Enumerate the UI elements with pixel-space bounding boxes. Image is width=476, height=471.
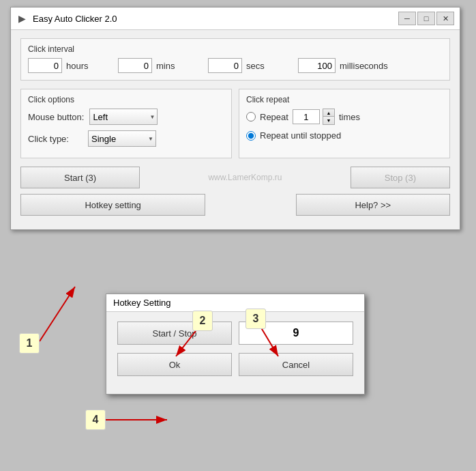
mouse-button-select-wrapper[interactable]: Left Right Middle <box>89 109 158 125</box>
hotkey-help-row: Hotkey setting Help? >> <box>20 194 450 216</box>
mouse-button-row: Mouse button: Left Right Middle <box>28 109 224 125</box>
dialog-title: Hotkey Setting <box>106 294 364 312</box>
click-type-label: Click type: <box>28 134 83 144</box>
minimize-button[interactable]: ─ <box>398 12 416 25</box>
app-icon: ▶ <box>16 13 27 24</box>
ok-cancel-row: Ok Cancel <box>117 353 353 376</box>
click-repeat-section: Click repeat Repeat ▲ ▼ times Re <box>239 89 450 158</box>
repeat-until-row: Repeat until stopped <box>246 130 443 141</box>
mins-label: mins <box>156 61 204 71</box>
interval-row: hours mins secs milliseconds <box>28 58 443 73</box>
repeat-until-label: Repeat until stopped <box>260 130 341 141</box>
annotation-4: 4 <box>85 410 106 430</box>
watermark: www.LamerKomp.ru <box>147 167 344 188</box>
spin-down-button[interactable]: ▼ <box>323 117 334 124</box>
interval-section: Click interval hours mins secs milliseco… <box>20 38 450 81</box>
spin-buttons: ▲ ▼ <box>323 109 335 125</box>
hotkey-dialog: Hotkey Setting Start / Stop 9 Ok Cancel <box>106 294 365 395</box>
repeat-row: Repeat ▲ ▼ times <box>246 109 443 125</box>
mins-input[interactable] <box>118 58 152 73</box>
click-type-select[interactable]: Single Double <box>88 130 156 147</box>
main-window: ▶ Easy Auto Clicker 2.0 ─ □ ✕ Click inte… <box>10 7 460 230</box>
annotation-3: 3 <box>246 309 266 329</box>
repeat-spin-wrapper: ▲ ▼ <box>293 109 335 125</box>
secs-input[interactable] <box>208 58 242 73</box>
close-button[interactable]: ✕ <box>436 12 454 25</box>
title-bar: ▶ Easy Auto Clicker 2.0 ─ □ ✕ <box>11 8 460 30</box>
hotkey-button[interactable]: Hotkey setting <box>20 194 205 216</box>
annotation-2: 2 <box>192 311 213 331</box>
ok-button[interactable]: Ok <box>117 353 232 376</box>
click-repeat-label: Click repeat <box>246 95 443 104</box>
app-title: Easy Auto Clicker 2.0 <box>33 14 117 24</box>
repeat-count-input[interactable] <box>293 109 320 124</box>
secs-label: secs <box>246 61 294 71</box>
interval-label: Click interval <box>28 44 443 54</box>
window-body: Click interval hours mins secs milliseco… <box>11 30 460 229</box>
stop-button[interactable]: Stop (3) <box>351 167 450 188</box>
start-stop-row: Start / Stop 9 <box>117 322 353 345</box>
start-button[interactable]: Start (3) <box>20 167 140 188</box>
mouse-button-select[interactable]: Left Right Middle <box>89 109 158 125</box>
maximize-button[interactable]: □ <box>417 12 435 25</box>
help-button[interactable]: Help? >> <box>296 194 450 216</box>
ms-label: milliseconds <box>340 61 388 71</box>
click-options-section: Click options Mouse button: Left Right M… <box>20 89 232 158</box>
dialog-start-stop-button[interactable]: Start / Stop <box>117 322 232 345</box>
two-col-section: Click options Mouse button: Left Right M… <box>20 89 450 158</box>
times-label: times <box>339 112 360 122</box>
start-stop-row: Start (3) www.LamerKomp.ru Stop (3) <box>20 167 450 188</box>
cancel-button[interactable]: Cancel <box>239 353 353 376</box>
repeat-radio[interactable] <box>246 112 256 122</box>
repeat-until-radio[interactable] <box>246 131 256 141</box>
title-bar-buttons: ─ □ ✕ <box>398 12 454 25</box>
click-type-row: Click type: Single Double <box>28 130 224 147</box>
hours-input[interactable] <box>28 58 62 73</box>
svg-line-1 <box>40 287 75 341</box>
hours-label: hours <box>66 61 114 71</box>
ms-input[interactable] <box>298 58 336 73</box>
click-type-select-wrapper[interactable]: Single Double <box>88 130 156 147</box>
annotation-1: 1 <box>19 333 40 354</box>
click-options-label: Click options <box>28 95 224 104</box>
spin-up-button[interactable]: ▲ <box>323 109 334 117</box>
repeat-label: Repeat <box>260 112 288 122</box>
mouse-button-label: Mouse button: <box>28 112 84 122</box>
title-bar-left: ▶ Easy Auto Clicker 2.0 <box>16 13 117 24</box>
dialog-body: Start / Stop 9 Ok Cancel <box>106 312 364 394</box>
